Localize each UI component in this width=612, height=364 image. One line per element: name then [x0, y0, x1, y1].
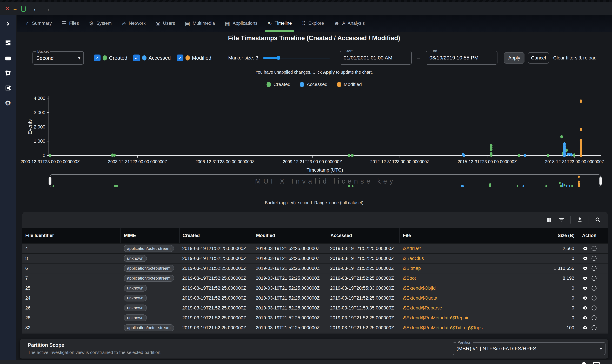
file-link[interactable]: \$Extend\$RmMetadata\$Repair — [403, 315, 469, 321]
toggle-created[interactable]: ✓ Created — [94, 54, 127, 61]
column-header-size[interactable]: Size (B) — [543, 228, 579, 243]
assistant-bot-icon[interactable] — [580, 361, 588, 364]
file-link[interactable]: \$AttrDef — [403, 246, 421, 251]
toggle-accessed[interactable]: ✓ Accessed — [133, 54, 171, 61]
info-icon[interactable] — [591, 325, 597, 330]
column-header-modified[interactable]: Modified — [253, 228, 327, 243]
memory-icon[interactable] — [4, 84, 12, 92]
tab-summary[interactable]: ⌂ Summary — [24, 15, 54, 32]
tab-explore[interactable]: ⠿ Explore — [299, 15, 326, 32]
slider-thumb[interactable] — [277, 56, 280, 60]
filter-icon[interactable] — [558, 216, 565, 223]
tab-users[interactable]: ◉ Users — [153, 15, 177, 32]
column-header-accessed[interactable]: Accessed — [327, 228, 400, 243]
maximize-icon[interactable] — [21, 6, 26, 12]
view-eye-icon[interactable] — [582, 246, 588, 251]
view-eye-icon[interactable] — [582, 266, 588, 271]
file-link[interactable]: \$Extend\$Quota — [403, 296, 437, 301]
table-row[interactable]: 24unknown2019-03-19T21:52:25.000000Z2019… — [22, 293, 608, 303]
close-icon[interactable]: ✕ — [4, 2, 11, 15]
column-header-mime[interactable]: MIME — [120, 228, 179, 243]
download-icon[interactable] — [576, 216, 584, 223]
partition-scope-title: Partition Scope — [28, 342, 64, 348]
file-link[interactable]: \$Extend\$Reparse — [403, 305, 442, 311]
checkbox-checked-icon[interactable]: ✓ — [177, 54, 183, 61]
toggle-modified[interactable]: ✓ Modified — [177, 54, 211, 61]
apply-button[interactable]: Apply — [504, 52, 524, 64]
marker-size-slider[interactable] — [263, 56, 330, 60]
view-eye-icon[interactable] — [582, 315, 588, 321]
view-eye-icon[interactable] — [582, 256, 588, 261]
search-icon[interactable] — [594, 216, 601, 223]
toggle-label: Accessed — [149, 55, 171, 61]
clear-filters-button[interactable]: Clear filters & reload — [553, 51, 597, 65]
view-eye-icon[interactable] — [582, 275, 588, 281]
tab-applications[interactable]: ▦ Applications — [222, 15, 260, 32]
checkbox-checked-icon[interactable]: ✓ — [94, 54, 101, 61]
view-eye-icon[interactable] — [582, 286, 588, 291]
dashboard-icon[interactable] — [4, 39, 12, 47]
terminal-icon[interactable] — [593, 361, 600, 364]
settings-gear-icon[interactable]: ⚙ — [4, 99, 12, 107]
table-row[interactable]: 7application/octet-stream2019-03-19T21:5… — [22, 273, 608, 283]
forward-arrow-icon[interactable]: → — [44, 5, 51, 13]
timeline-brush[interactable]: MUI X Invalid license key — [50, 174, 601, 187]
mime-chip: unknown — [124, 295, 147, 301]
tab-multimedia[interactable]: ▣ Multimedia — [182, 15, 217, 32]
files-table: File Identifier MIME Created Modified Ac… — [22, 212, 608, 334]
column-header-action[interactable]: Action — [579, 228, 608, 243]
column-header-file[interactable]: File — [400, 228, 543, 243]
file-link[interactable]: \$Extend\$RmMetadata\$TxfLog\$Tops — [403, 325, 482, 330]
tab-timeline[interactable]: ∿ Timeline — [265, 15, 294, 32]
info-icon[interactable] — [591, 295, 597, 301]
sidebar-expand-icon[interactable]: › — [0, 15, 16, 33]
info-icon[interactable] — [591, 305, 597, 311]
end-date-input[interactable]: End 03/19/2019 10:55 PM — [426, 51, 497, 65]
file-link[interactable]: \$Boot — [403, 276, 416, 281]
back-arrow-icon[interactable]: ← — [32, 5, 39, 13]
file-link[interactable]: \$Extend\$ObjId — [403, 286, 436, 291]
view-eye-icon[interactable] — [582, 295, 588, 301]
table-row[interactable]: 8unknown2019-03-19T21:52:25.000000Z2019-… — [22, 253, 608, 263]
info-icon[interactable] — [591, 275, 597, 281]
table-row[interactable]: 25unknown2019-03-19T21:52:25.000000Z2019… — [22, 283, 608, 293]
table-row[interactable]: 32application/octet-stream2019-03-19T21:… — [22, 323, 608, 333]
columns-icon[interactable] — [545, 216, 553, 223]
view-eye-icon[interactable] — [582, 305, 588, 311]
table-row[interactable]: 6application/octet-stream2019-03-19T21:5… — [22, 263, 608, 273]
cell-action — [579, 263, 608, 273]
table-row[interactable]: 26unknown2019-03-19T21:52:25.000000Z2019… — [22, 303, 608, 313]
view-eye-icon[interactable] — [582, 325, 588, 330]
tab-files[interactable]: ☰ Files — [59, 15, 81, 32]
cpu-icon[interactable] — [4, 69, 12, 77]
case-briefcase-icon[interactable] — [4, 54, 12, 62]
checkbox-checked-icon[interactable]: ✓ — [133, 54, 140, 61]
svg-text:2012-12-31T23:00:00.000000Z: 2012-12-31T23:00:00.000000Z — [370, 159, 430, 164]
brush-handle-right[interactable] — [599, 177, 602, 185]
info-icon[interactable] — [591, 246, 597, 251]
table-row[interactable]: 4application/octet-stream2019-03-19T21:5… — [22, 243, 608, 253]
brush-handle-left[interactable] — [49, 177, 52, 185]
table-row[interactable]: 28unknown2019-03-19T21:52:25.000000Z2019… — [22, 313, 608, 323]
file-link[interactable]: \$Bitmap — [403, 266, 421, 271]
info-icon[interactable] — [591, 256, 597, 261]
file-link[interactable]: \$BadClus — [403, 256, 424, 261]
marker-size-label: Marker size: 3 — [228, 55, 258, 61]
cancel-button[interactable]: Cancel — [528, 52, 549, 64]
bucket-select[interactable]: Bucket Second ▾ — [32, 51, 84, 65]
column-header-file-identifier[interactable]: File Identifier — [22, 228, 120, 243]
info-icon[interactable] — [591, 286, 597, 291]
info-icon[interactable] — [591, 315, 597, 321]
cell-size: 2,560 — [543, 244, 579, 253]
tab-network[interactable]: ✳ Network — [119, 15, 148, 32]
partition-select[interactable]: Partition (MBR) #1 | NTFS/exFAT/IFS/HPFS… — [453, 342, 606, 355]
tab-system[interactable]: ⚙ System — [87, 15, 114, 32]
minimize-icon[interactable]: – — [11, 2, 19, 15]
tab-ai-analysis[interactable]: ☻ AI Analysis — [331, 15, 367, 32]
column-header-created[interactable]: Created — [179, 228, 253, 243]
info-icon[interactable] — [591, 266, 597, 271]
cell-file: \$Extend\$ObjId — [400, 283, 543, 293]
svg-text:1,000: 1,000 — [34, 139, 45, 144]
cell-action — [579, 303, 608, 313]
start-date-input[interactable]: Start 01/01/2001 01:00 AM — [340, 51, 412, 65]
